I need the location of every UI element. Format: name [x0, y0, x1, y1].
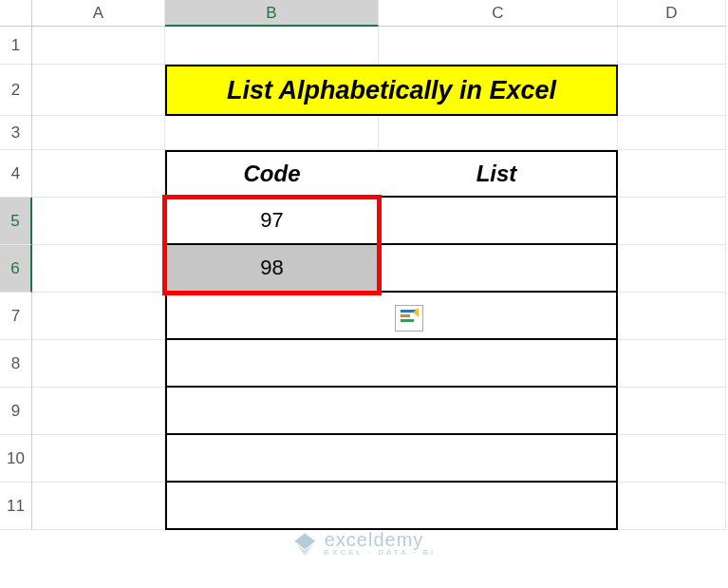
svg-rect-1 [401, 314, 410, 317]
cell-c5[interactable] [377, 198, 618, 245]
table-header-list[interactable]: List [377, 150, 618, 198]
watermark-logo-icon [292, 531, 317, 556]
cell[interactable] [165, 116, 379, 150]
cell[interactable] [618, 198, 726, 245]
select-all-corner[interactable] [0, 0, 32, 27]
cell-b8[interactable] [165, 340, 379, 388]
cell-b6[interactable]: 98 [165, 245, 379, 293]
column-header-row: A B C D [0, 0, 728, 27]
cell[interactable] [32, 245, 165, 293]
row-header-9[interactable]: 9 [0, 388, 32, 435]
row-header-3[interactable]: 3 [0, 116, 32, 150]
cell[interactable] [32, 435, 165, 483]
cell[interactable] [618, 116, 726, 150]
cell[interactable] [32, 293, 165, 340]
cell[interactable] [618, 388, 726, 435]
cell[interactable] [618, 435, 726, 483]
cell[interactable] [32, 198, 165, 245]
cell[interactable] [618, 27, 726, 65]
cell[interactable] [618, 150, 726, 198]
cell-grid: List Alphabetically in Excel Code List 9… [32, 27, 726, 530]
title-cell[interactable]: List Alphabetically in Excel [165, 65, 618, 116]
cell[interactable] [32, 150, 165, 198]
cell-b7[interactable] [165, 293, 379, 340]
row-header-4[interactable]: 4 [0, 150, 32, 198]
quick-analysis-button[interactable] [395, 305, 423, 332]
cell-b9[interactable] [165, 388, 379, 435]
row-header-6[interactable]: 6 [0, 245, 32, 293]
cell[interactable] [32, 340, 165, 388]
column-header-a[interactable]: A [32, 0, 165, 27]
cell[interactable] [618, 483, 726, 530]
row-header-col: 1 2 3 4 5 6 7 8 9 10 11 [0, 27, 32, 530]
row-header-5[interactable]: 5 [0, 198, 32, 245]
cell[interactable] [32, 483, 165, 530]
cell-b11[interactable] [165, 483, 379, 530]
cell-c8[interactable] [377, 340, 618, 388]
cell[interactable] [32, 388, 165, 435]
cell[interactable] [32, 65, 165, 116]
row-header-10[interactable]: 10 [0, 435, 32, 483]
row-header-2[interactable]: 2 [0, 65, 32, 116]
row-header-7[interactable]: 7 [0, 293, 32, 340]
watermark-text: exceldemy [325, 530, 437, 549]
table-header-code[interactable]: Code [165, 150, 379, 198]
cell[interactable] [379, 27, 618, 65]
cell-b10[interactable] [165, 435, 379, 483]
svg-rect-2 [401, 319, 414, 322]
quick-analysis-icon [400, 307, 419, 330]
svg-marker-3 [413, 308, 419, 317]
row-header-1[interactable]: 1 [0, 27, 32, 65]
cell[interactable] [32, 27, 165, 65]
cell[interactable] [618, 340, 726, 388]
watermark: exceldemy EXCEL · DATA · BI [292, 530, 437, 557]
cell[interactable] [32, 116, 165, 150]
column-header-d[interactable]: D [618, 0, 726, 27]
cell-c9[interactable] [377, 388, 618, 435]
cell[interactable] [618, 293, 726, 340]
cell[interactable] [618, 65, 726, 116]
cell-c11[interactable] [377, 483, 618, 530]
cell-c6[interactable] [377, 245, 618, 293]
row-header-11[interactable]: 11 [0, 483, 32, 530]
cell[interactable] [379, 116, 618, 150]
watermark-subtext: EXCEL · DATA · BI [325, 549, 437, 557]
cell[interactable] [618, 245, 726, 293]
row-header-8[interactable]: 8 [0, 340, 32, 388]
spreadsheet: A B C D 1 2 3 4 5 6 7 8 9 10 11 [0, 0, 728, 588]
cell-b5[interactable]: 97 [165, 198, 379, 245]
svg-marker-4 [294, 533, 315, 549]
column-header-c[interactable]: C [379, 0, 618, 27]
cell[interactable] [165, 27, 379, 65]
cell-c10[interactable] [377, 435, 618, 483]
column-header-b[interactable]: B [165, 0, 379, 27]
